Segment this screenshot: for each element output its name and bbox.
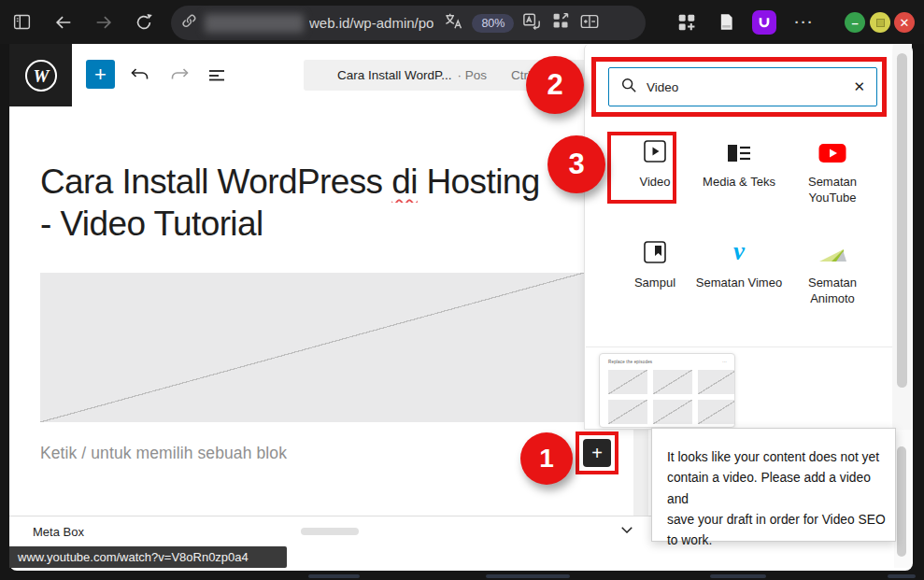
extensions-icon[interactable] — [673, 8, 701, 36]
url-path: web.id/wp-admin/po — [309, 15, 434, 31]
reader-split-icon[interactable] — [579, 11, 600, 35]
close-button[interactable]: ✕ — [894, 12, 915, 33]
annotation-rect-video-block — [607, 132, 676, 204]
heading-text: Cara Install WordPress — [40, 163, 391, 201]
minimize-button[interactable]: – — [845, 12, 865, 33]
document-overview-icon[interactable] — [206, 64, 228, 87]
document-extension-icon[interactable] — [712, 8, 740, 36]
metabox-label[interactable]: Meta Box — [33, 525, 84, 539]
preview-menu-icon: ··· — [722, 359, 727, 364]
vimeo-icon: v — [692, 236, 786, 264]
redacted-domain — [205, 14, 304, 33]
zoom-level-badge[interactable]: 80% — [472, 14, 514, 33]
maximize-button[interactable] — [870, 12, 890, 33]
block-item-youtube-embed[interactable]: Sematan YouTube — [786, 135, 879, 206]
browser-toolbar: web.id/wp-admin/po 80% — [0, 0, 924, 44]
annotation-rect-add-block — [576, 431, 618, 474]
translate-icon[interactable] — [443, 10, 464, 35]
document-title: Cara Install WordP... — [337, 68, 452, 82]
purple-extension-icon[interactable] — [750, 8, 778, 36]
block-preview-card: Replace the episodes ··· — [599, 353, 735, 428]
taskbar-residue — [486, 574, 570, 578]
annotation-rect-search — [591, 57, 887, 117]
panel-scrollbar[interactable] — [893, 44, 912, 430]
taskbar-residue — [308, 574, 360, 578]
metabox-resize-handle[interactable] — [301, 528, 359, 535]
image-placeholder-block[interactable] — [40, 273, 584, 422]
cover-block-icon — [608, 236, 702, 264]
post-title-heading[interactable]: Cara Install WordPress di Hosting - Vide… — [40, 161, 584, 245]
heading-text-cont: Hosting — [418, 163, 540, 201]
block-item-vimeo-embed[interactable]: v Sematan Vimeo — [692, 236, 786, 291]
back-icon[interactable] — [50, 8, 78, 36]
media-text-block-icon — [692, 135, 786, 163]
block-item-cover[interactable]: Sampul — [608, 236, 702, 291]
heading-line2: - Video Tutorial — [40, 203, 584, 245]
animoto-icon — [786, 236, 879, 264]
metabox-divider — [9, 516, 651, 516]
tooltip-scrollbar[interactable] — [894, 430, 911, 568]
forward-icon[interactable] — [90, 8, 118, 36]
heading-spellcheck-word: di — [391, 163, 418, 201]
translate-page-icon[interactable] — [521, 10, 543, 35]
tooltip-scrollbar-thumb[interactable] — [897, 446, 906, 557]
reload-icon[interactable] — [130, 8, 158, 36]
taskbar-residue — [888, 574, 916, 578]
annotation-step-2: 2 — [526, 56, 584, 114]
taskbar-residue — [710, 574, 766, 578]
screen: web.id/wp-admin/po 80% — [0, 0, 924, 580]
redo-icon[interactable] — [168, 64, 191, 87]
panel-scrollbar-thumb[interactable] — [897, 53, 907, 388]
sidebar-toggle-icon[interactable] — [7, 8, 36, 36]
link-icon — [180, 12, 199, 35]
chevron-down-icon[interactable] — [618, 521, 635, 542]
empty-block-placeholder[interactable]: Ketik / untuk memilih sebuah blok — [40, 444, 287, 463]
panel-divider — [586, 347, 892, 347]
annotation-step-1: 1 — [520, 432, 573, 485]
preview-title: Replace the episodes — [608, 360, 652, 364]
block-item-animoto-embed[interactable]: Sematan Animoto — [786, 236, 879, 307]
wordpress-logo[interactable]: W — [9, 44, 72, 106]
editor-scrollbar[interactable] — [633, 429, 648, 516]
post-type-label: · Pos — [458, 68, 488, 82]
address-bar[interactable]: web.id/wp-admin/po 80% — [171, 6, 646, 40]
video-seo-tooltip: It looks like your content does not yet … — [651, 428, 896, 542]
block-item-media-text[interactable]: Media & Teks — [692, 135, 786, 191]
link-status-bar: www.youtube.com/watch?v=V8oRn0zp0a4 — [9, 546, 287, 568]
tab-grid-icon[interactable] — [551, 11, 571, 35]
youtube-icon — [786, 135, 879, 163]
svg-text:v: v — [733, 238, 746, 264]
block-inserter-toggle-button[interactable]: + — [86, 60, 115, 89]
undo-icon[interactable] — [129, 64, 151, 87]
more-menu-icon[interactable]: ··· — [790, 8, 818, 36]
wordpress-editor-page: W + Cara Install WordP... · Pos Ctrl Car… — [9, 44, 913, 571]
annotation-step-3: 3 — [547, 135, 605, 193]
svg-text:W: W — [33, 65, 50, 85]
